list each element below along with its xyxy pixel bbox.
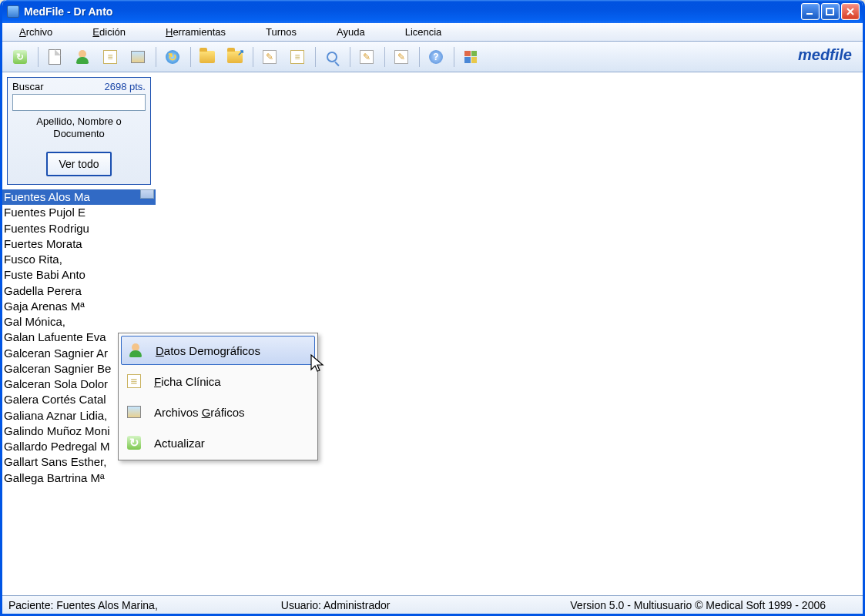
tb-folder-button[interactable] [196, 45, 219, 69]
tb-help-button[interactable] [424, 45, 448, 69]
form-icon [290, 50, 304, 64]
svg-rect-0 [806, 13, 813, 15]
globe-icon [166, 50, 179, 64]
brand-logo: medfile [798, 46, 852, 64]
status-version: Version 5.0 - Multiusuario © Medical Sof… [570, 599, 826, 611]
image-icon [131, 51, 145, 63]
cm-datos-demograficos[interactable]: Datos Demográficos [121, 336, 315, 365]
tb-refresh-button[interactable] [8, 45, 32, 69]
search-label: Buscar [12, 81, 43, 92]
toolbar-separator [315, 47, 316, 67]
tb-edit-button[interactable] [258, 45, 281, 69]
maximize-button[interactable] [821, 3, 840, 20]
document-icon [49, 49, 61, 65]
folder-open-icon [227, 51, 243, 63]
search-icon [327, 52, 337, 62]
menu-archivo[interactable]: Archivo [8, 24, 63, 40]
note-icon [103, 50, 117, 64]
status-usuario: Usuario: Administrador [281, 599, 391, 611]
list-item[interactable]: Fuste Babi Anto [2, 267, 156, 283]
tb-windows-button[interactable] [459, 45, 482, 69]
toolbar-separator [419, 47, 420, 67]
list-item[interactable]: Gaja Arenas Mª [2, 299, 156, 314]
context-menu: Datos Demográficos Ficha Clínica Archivo… [118, 333, 318, 460]
tb-note-button[interactable] [99, 45, 122, 69]
menu-turnos[interactable]: Turnos [255, 24, 307, 40]
list-item[interactable]: Fusco Rita, [2, 252, 156, 267]
search-panel: Buscar 2698 pts. Apellido, Nombre o Docu… [7, 77, 151, 185]
close-button[interactable] [841, 3, 860, 20]
list-item[interactable]: Gal Mónica, [2, 314, 156, 330]
menu-herramientas[interactable]: Herramientas [155, 24, 236, 40]
status-paciente: Paciente: Fuentes Alos Marina, [8, 599, 158, 611]
app-icon [7, 5, 19, 18]
toolbar-separator [454, 47, 454, 67]
scroll-indicator[interactable] [140, 189, 154, 199]
tb-web-button[interactable] [161, 45, 184, 69]
list-item[interactable]: Gallega Bartrina Mª [2, 470, 156, 486]
toolbar-separator [350, 47, 350, 67]
titlebar: MedFile - Dr Anto [2, 0, 863, 23]
person-icon [75, 50, 89, 64]
refresh-icon [13, 50, 27, 64]
patient-count: 2698 pts. [105, 81, 146, 92]
list-item[interactable]: Fuentes Rodrigu [2, 221, 156, 236]
statusbar: Paciente: Fuentes Alos Marina, Usuario: … [2, 595, 863, 614]
search-hint: Apellido, Nombre o Documento [12, 116, 146, 139]
list-item[interactable]: Fuertes Morata [2, 236, 156, 252]
windows-icon [464, 51, 477, 63]
cm-ficha-clinica[interactable]: Ficha Clínica [120, 366, 316, 397]
menu-licencia[interactable]: Licencia [394, 24, 453, 40]
tb-patient-button[interactable] [71, 45, 94, 69]
menu-ayuda[interactable]: Ayuda [326, 24, 376, 40]
list-item[interactable]: Fuentes Alos Ma [2, 189, 156, 205]
help-icon [429, 50, 443, 64]
ver-todo-button[interactable]: Ver todo [46, 152, 111, 176]
toolbar-separator [38, 47, 39, 67]
window-title: MedFile - Dr Anto [24, 5, 112, 18]
tb-form-button[interactable] [286, 45, 309, 69]
cursor-icon [310, 354, 326, 376]
toolbar-separator [384, 47, 385, 67]
menubar: Archivo Edición Herramientas Turnos Ayud… [2, 23, 863, 42]
edit-icon [360, 50, 374, 64]
edit-icon [394, 50, 408, 64]
tb-edit2-button[interactable] [355, 45, 378, 69]
refresh-icon [127, 436, 141, 450]
toolbar-separator [156, 47, 156, 67]
minimize-button[interactable] [801, 3, 820, 20]
toolbar-separator [253, 47, 253, 67]
app-window: MedFile - Dr Anto Archivo Edición Herram… [0, 0, 865, 616]
toolbar-separator [190, 47, 191, 67]
note-icon [127, 374, 141, 388]
person-icon [129, 343, 142, 357]
search-input[interactable] [12, 94, 146, 111]
cm-archivos-graficos[interactable]: Archivos Gráficos [120, 397, 316, 427]
content-area: Buscar 2698 pts. Apellido, Nombre o Docu… [2, 72, 863, 595]
tb-edit3-button[interactable] [390, 45, 413, 69]
list-item[interactable]: Gadella Perera [2, 283, 156, 299]
svg-rect-1 [826, 8, 833, 15]
cm-actualizar[interactable]: Actualizar [120, 427, 316, 458]
tb-folder-open-button[interactable] [223, 45, 246, 69]
tb-search-button[interactable] [320, 45, 344, 69]
tb-new-doc-button[interactable] [43, 45, 66, 69]
edit-icon [263, 50, 277, 64]
list-item[interactable]: Fuentes Pujol E [2, 205, 156, 220]
toolbar: medfile [2, 42, 863, 72]
folder-icon [199, 51, 215, 63]
menu-edicion[interactable]: Edición [82, 24, 136, 40]
image-icon [127, 406, 141, 418]
tb-image-button[interactable] [126, 45, 149, 69]
